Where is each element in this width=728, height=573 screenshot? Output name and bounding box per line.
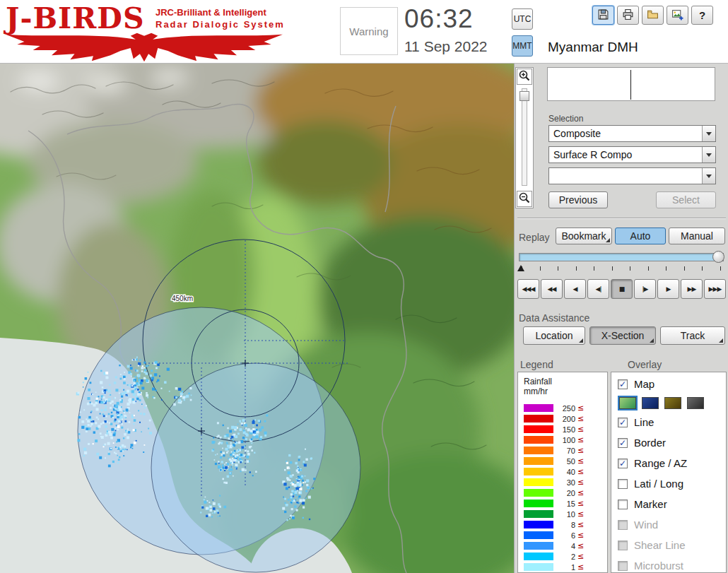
text-caret bbox=[630, 70, 631, 100]
checkbox-microburst bbox=[618, 561, 628, 571]
bookmark-button[interactable]: Bookmark bbox=[556, 228, 612, 244]
range-ring-label: 450km bbox=[172, 295, 193, 302]
help-button[interactable]: ? bbox=[691, 6, 713, 25]
legend-le-symbol: ≤ bbox=[577, 488, 584, 497]
overlay-item-line[interactable]: ✓Line bbox=[611, 412, 726, 432]
legend-value: 8 bbox=[558, 521, 575, 529]
type-combobox[interactable]: Surface R Compo bbox=[548, 146, 716, 163]
previous-button[interactable]: Previous bbox=[548, 191, 608, 208]
legend-value: 10 bbox=[558, 510, 575, 519]
legend-value: 15 bbox=[558, 500, 575, 508]
eagle-logo-icon bbox=[4, 31, 284, 65]
radar-map-viewport[interactable]: 450km bbox=[0, 64, 514, 573]
type-dropdown-button[interactable] bbox=[702, 147, 715, 163]
product-combobox[interactable]: Composite bbox=[548, 125, 716, 142]
auto-mode-button[interactable]: Auto bbox=[615, 228, 666, 244]
overlay-item-label: Wind bbox=[634, 519, 658, 531]
checkbox-map[interactable]: ✓ bbox=[618, 379, 628, 389]
time-slider-track[interactable] bbox=[519, 253, 724, 261]
overlay-item-label: Shear Line bbox=[634, 539, 686, 551]
overlay-item-label: Microburst bbox=[634, 560, 683, 572]
playback-forward-full[interactable]: ▶▶▶ bbox=[704, 279, 726, 299]
print-button[interactable] bbox=[617, 6, 639, 25]
overlay-item-lati-long[interactable]: Lati / Long bbox=[611, 473, 726, 494]
zoom-in-icon bbox=[518, 69, 531, 85]
type-value: Surface R Compo bbox=[549, 147, 702, 163]
overlay-item-shear-line: Shear Line bbox=[611, 535, 726, 555]
overlay-item-range-az[interactable]: ✓Range / AZ bbox=[611, 453, 726, 473]
product-dropdown-button[interactable] bbox=[702, 126, 715, 141]
playback-step-forward[interactable]: |▶ bbox=[634, 279, 656, 299]
legend-value: 200 bbox=[558, 415, 575, 423]
legend-color-swatch bbox=[524, 425, 553, 433]
legend-value: 50 bbox=[558, 457, 575, 466]
legend-value: 70 bbox=[558, 447, 575, 455]
timezone-mmt-button[interactable]: MMT bbox=[512, 35, 533, 57]
legend-value: 250 bbox=[558, 404, 575, 413]
da-location-button[interactable]: Location bbox=[523, 326, 585, 345]
time-slider-thumb[interactable] bbox=[712, 251, 724, 263]
checkbox-lati-long[interactable] bbox=[618, 479, 628, 489]
extra-value bbox=[549, 168, 702, 184]
legend-value: 20 bbox=[558, 489, 575, 497]
overlay-panel: ✓Map✓Line✓Border✓Range / AZLati / LongMa… bbox=[611, 372, 727, 573]
checkbox-wind bbox=[618, 520, 628, 530]
chevron-down-icon bbox=[706, 175, 712, 178]
map-style-olive[interactable] bbox=[664, 397, 681, 409]
clock-date: 11 Sep 2022 bbox=[404, 38, 488, 55]
logo-subtitle-2: Radar Dialogic System bbox=[155, 19, 285, 30]
checkbox-line[interactable]: ✓ bbox=[618, 418, 628, 427]
manual-mode-button[interactable]: Manual bbox=[669, 228, 725, 244]
legend-label: Legend bbox=[520, 359, 553, 370]
da-x-section-button[interactable]: X-Section bbox=[589, 326, 656, 345]
legend-color-swatch bbox=[524, 468, 553, 475]
capture-button[interactable] bbox=[667, 6, 688, 25]
playback-fast-forward[interactable]: ▶▶ bbox=[681, 279, 703, 299]
folder-icon bbox=[647, 8, 659, 23]
overlay-item-label: Marker bbox=[634, 498, 667, 510]
map-style-dark-gray[interactable] bbox=[687, 397, 704, 409]
overlay-item-microburst: Microburst bbox=[611, 555, 726, 573]
overlay-item-border[interactable]: ✓Border bbox=[611, 432, 726, 453]
legend-row: 8≤ bbox=[524, 519, 607, 530]
legend-color-swatch bbox=[524, 436, 553, 444]
legend-row: 50≤ bbox=[524, 456, 607, 466]
playback-play[interactable]: ▶ bbox=[657, 279, 679, 299]
zoom-control bbox=[515, 67, 534, 208]
da-track-button[interactable]: Track bbox=[660, 326, 725, 345]
open-button[interactable] bbox=[642, 6, 664, 25]
print-icon bbox=[622, 8, 634, 23]
playback-stop[interactable]: ■ bbox=[611, 279, 633, 299]
save-button[interactable] bbox=[592, 6, 614, 25]
time-slider-start-marker bbox=[517, 265, 524, 271]
chevron-down-icon bbox=[706, 153, 712, 157]
zoom-out-button[interactable] bbox=[517, 191, 532, 207]
legend-color-swatch bbox=[524, 521, 553, 528]
overlay-item-map[interactable]: ✓Map bbox=[611, 374, 726, 394]
map-style-navy[interactable] bbox=[642, 397, 659, 409]
command-input[interactable] bbox=[547, 67, 715, 101]
extra-combobox[interactable] bbox=[548, 167, 716, 184]
help-icon: ? bbox=[699, 9, 705, 21]
playback-rewind-full[interactable]: ◀◀◀ bbox=[517, 279, 539, 299]
playback-reverse-play[interactable]: ◀ bbox=[564, 279, 586, 299]
overlay-item-marker[interactable]: Marker bbox=[611, 494, 726, 514]
warning-status[interactable]: Warning bbox=[340, 7, 398, 55]
timezone-utc-button[interactable]: UTC bbox=[512, 8, 533, 30]
playback-step-back[interactable]: ◀| bbox=[587, 279, 609, 299]
zoom-in-button[interactable] bbox=[517, 69, 532, 85]
checkbox-range-az[interactable]: ✓ bbox=[618, 459, 628, 468]
checkbox-border[interactable]: ✓ bbox=[618, 438, 628, 448]
zoom-slider-track[interactable] bbox=[522, 88, 527, 186]
legend-value: 1 bbox=[558, 563, 575, 572]
checkbox-marker[interactable] bbox=[618, 500, 628, 509]
overlay-item-wind: Wind bbox=[611, 514, 726, 535]
legend-row: 20≤ bbox=[524, 488, 607, 498]
zoom-slider-thumb[interactable] bbox=[519, 91, 529, 101]
select-button[interactable]: Select bbox=[656, 191, 716, 208]
map-style-green[interactable] bbox=[619, 397, 636, 409]
time-slider-ticks bbox=[522, 266, 721, 271]
legend-color-swatch bbox=[524, 489, 553, 497]
playback-rewind[interactable]: ◀◀ bbox=[541, 279, 563, 299]
extra-dropdown-button[interactable] bbox=[702, 168, 715, 184]
